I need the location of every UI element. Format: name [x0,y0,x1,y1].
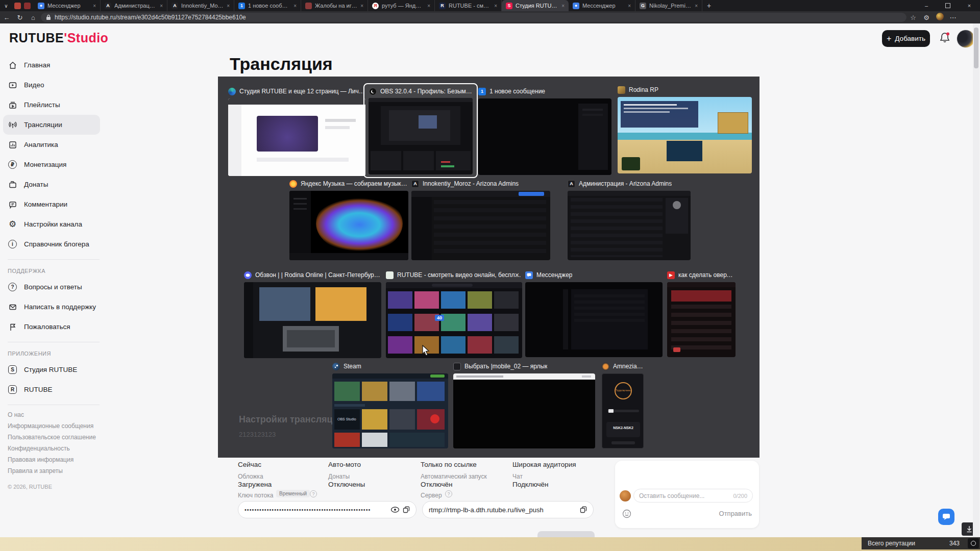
switcher-window-yandex-music[interactable]: Яндекс Музыка — собираем музыку для вас [289,179,408,188]
partial-button[interactable] [537,531,595,537]
thumb-discord[interactable] [244,282,381,358]
switcher-window-steam[interactable]: Steam [332,362,448,371]
sidebar-item-faq[interactable]: ? Вопросы и ответы [0,277,107,297]
pinned-tab-favicon[interactable] [24,3,31,9]
tab-rutube[interactable]: R RUTUBE - смотреть видео о × [435,0,502,11]
tab-close-icon[interactable]: × [293,3,297,9]
thumb-innokentiy-admin[interactable] [411,191,550,260]
tab-list-chevron-icon[interactable]: ∨ [0,3,12,9]
tab-complaints[interactable]: Жалобы на игроков состо × [301,0,368,11]
thumb-messenger[interactable] [525,282,663,357]
tab-nikolay-forum[interactable]: G Nikolay_Premium | Форум - × [635,0,702,11]
copy-icon[interactable] [580,506,587,513]
sidebar-item-channel-settings[interactable]: ⚙ Настройки канала [0,214,107,234]
sidebar-item-write-support[interactable]: Написать в поддержку [0,297,107,317]
tab-close-icon[interactable]: × [561,3,565,9]
footer-link-legal[interactable]: Правовая информация [0,454,107,465]
sidebar-item-broadcasts-active[interactable]: Трансляции [3,115,100,135]
thumb-youtube[interactable] [667,282,736,357]
new-tab-button[interactable]: + [702,2,716,10]
rutube-studio-logo[interactable]: RUTUBE'Studio [9,31,108,45]
page-scrollbar-track[interactable] [973,23,979,537]
favorite-star-icon[interactable]: ☆ [906,14,920,21]
footer-link-rules[interactable]: Правила и запреты [0,465,107,477]
server-input[interactable]: rtmp://rtmp-lb-a.dth.rutube.ru/live_push [422,501,594,518]
footer-link-info[interactable]: Информационные сообщения [0,420,107,432]
sidebar-item-donations[interactable]: Донаты [0,174,107,194]
sidebar-item-playlists[interactable]: Плейлисты [0,95,107,115]
key-help-icon[interactable]: ? [310,490,317,497]
footer-link-privacy[interactable]: Конфиденциальность [0,443,107,454]
corner-widget[interactable] [968,538,979,548]
sidebar-item-blogger-guide[interactable]: i Справочник блогера [0,234,107,254]
sidebar-item-monetization[interactable]: ₽ Монетизация [0,155,107,174]
window-close-icon[interactable]: × [515,271,519,279]
sidebar-item-home[interactable]: Главная [0,55,107,75]
chat-message-input[interactable]: Оставить сообщение... 0/200 [633,489,753,503]
footer-link-agreement[interactable]: Пользовательское соглашение [0,432,107,443]
tab-close-icon[interactable]: × [227,3,230,9]
tab-rutube-studio-active[interactable]: S Студия RUTUBE × [502,0,569,11]
switcher-window-amnezia[interactable]: AmneziaV… [602,362,644,371]
footer-link-about[interactable]: О нас [0,409,107,420]
sidebar-item-video[interactable]: Видео [0,75,107,95]
tab-close-icon[interactable]: × [695,3,698,9]
tab-new-message[interactable]: 1 1 новое сообщение × [234,0,301,11]
switcher-window-messenger[interactable]: Мессенджер [525,270,663,280]
tab-close-icon[interactable]: × [628,3,631,9]
tab-close-icon[interactable]: × [427,3,430,9]
tab-messenger-2[interactable]: ● Мессенджер × [569,0,635,11]
tab-arizona-admin[interactable]: A Администрация - Arizona A × [101,0,167,11]
tab-close-icon[interactable]: × [160,3,163,9]
profile-avatar[interactable] [957,30,975,48]
thumb-amnezia[interactable]: Подключено NSK2-NSK2 [602,373,644,448]
sidebar-item-studio-app[interactable]: S Студия RUTUBE [0,360,107,380]
tab-close-icon[interactable]: × [360,3,363,9]
browser-menu-icon[interactable]: ⋯ [946,14,960,21]
thumb-rutube-site[interactable]: 40 [386,282,522,358]
sidebar-item-comments[interactable]: Комментарии [0,194,107,214]
thumb-steam[interactable]: OBS Studio [332,373,448,448]
tab-innokentiy[interactable]: A Innokentiy_Moroz - Arizona × [167,0,234,11]
page-scrollbar-thumb[interactable] [974,28,978,68]
pinned-tab-favicon[interactable] [14,3,21,9]
switcher-window-innokentiy-admin[interactable]: A Innokentiy_Moroz - Arizona Admins [411,179,550,188]
emoji-icon[interactable] [622,509,631,518]
switcher-window-discord[interactable]: Обзвон | | Rodina Online | Санкт-Петербу… [244,270,381,280]
send-button[interactable]: Отправить [719,510,752,517]
switcher-window-new-message[interactable]: 1 1 новое сообщение [478,87,611,96]
switcher-window-obs-selected[interactable]: OBS 32.0.4 - Профиль: Безымянный… [363,83,478,178]
add-button[interactable]: + Добавить [882,30,930,47]
extensions-icon[interactable]: ⚙ [920,14,933,21]
notifications-bell-button[interactable] [939,32,950,46]
window-maximize-button[interactable] [937,0,959,11]
switcher-window-administration[interactable]: A Администрация - Arizona Admins [568,179,691,188]
copy-icon[interactable] [403,506,410,513]
switcher-window-youtube[interactable]: ▶ как сделать оверле… [667,270,736,280]
sidebar-item-analytics[interactable]: Аналитика [0,135,107,155]
thumb-cmd[interactable] [453,373,595,448]
tab-messenger[interactable]: ● Мессенджер × [34,0,101,11]
switcher-window-cmd[interactable]: Выбрать |mobile_02 — ярлык [453,362,595,371]
switcher-window-rutube-site[interactable]: RUTUBE - смотреть видео онлайн, бесплатн… [386,270,522,280]
support-chat-widget-button[interactable] [938,509,954,525]
window-minimize-button[interactable]: – [916,0,937,11]
thumb-rodina-rp[interactable] [618,97,752,173]
server-help-icon[interactable]: ? [445,490,452,497]
switcher-window-rodina-rp[interactable]: Rodina RP [618,85,752,94]
profile-avatar-toolbar[interactable] [933,13,946,22]
thumb-edge-studio[interactable] [228,98,365,176]
home-button[interactable]: ⌂ [27,14,40,21]
switcher-window-edge-studio[interactable]: Студия RUTUBE и еще 12 страниц — Личный:… [228,87,365,96]
thumb-yandex-music[interactable] [289,191,408,260]
back-button[interactable]: ← [0,14,13,21]
stream-key-input[interactable]: ••••••••••••••••••••••••••••••••••••••••… [238,501,416,518]
thumb-administration[interactable] [568,191,691,260]
refresh-button[interactable]: ↻ [13,14,27,21]
address-bar[interactable]: https://studio.rutube.ru/stream/e302d4c5… [41,13,906,22]
eye-icon[interactable] [390,507,400,513]
thumb-new-message[interactable] [478,98,611,175]
tab-close-icon[interactable]: × [494,3,497,9]
sidebar-item-report[interactable]: Пожаловаться [0,317,107,337]
sidebar-item-rutube-app[interactable]: R RUTUBE [0,380,107,399]
